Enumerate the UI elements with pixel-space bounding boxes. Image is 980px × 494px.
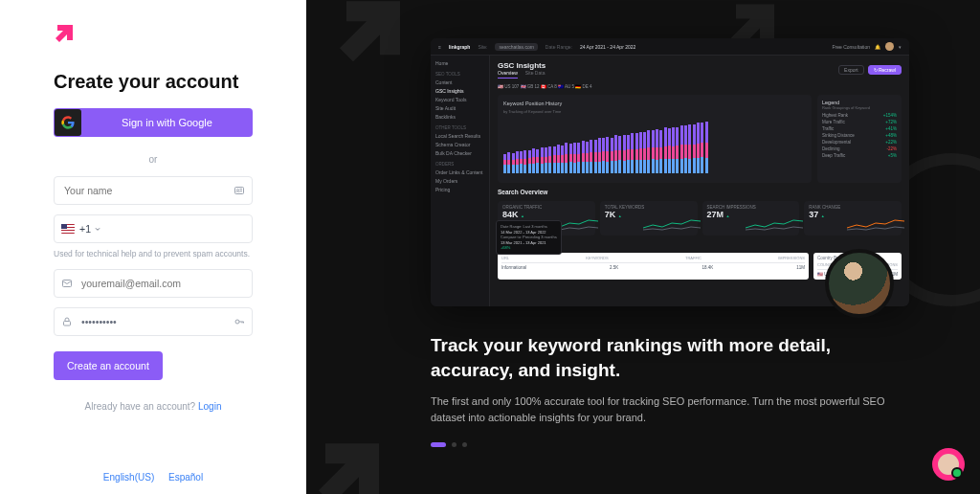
- svg-rect-0: [235, 188, 244, 194]
- date-range-tooltip: Date Range: Last 3 months 14 Mar 2022 - …: [496, 220, 562, 255]
- google-signin-label: Sign in with Google: [81, 117, 253, 128]
- already-have-account: Already have an account? Login: [54, 401, 253, 412]
- hero-headline: Track your keyword rankings with more de…: [431, 333, 871, 382]
- email-input[interactable]: [54, 269, 253, 298]
- hero-panel: ≡ linkgraph Site:searchatlas.com Date Ra…: [306, 0, 980, 494]
- signup-panel: Create your account Sign in with Google …: [0, 0, 306, 494]
- google-icon: [55, 109, 81, 136]
- bg-decor-arrow: [333, 0, 413, 74]
- password-generate-icon[interactable]: [234, 316, 245, 327]
- country-code-selector[interactable]: +1: [61, 223, 101, 235]
- lang-english[interactable]: English(US): [103, 472, 154, 483]
- email-field-wrapper: [54, 269, 253, 298]
- metric-card: SEARCH IMPRESSIONS27M ▲: [702, 201, 800, 236]
- user-avatar-icon: [885, 42, 894, 51]
- svg-point-4: [235, 320, 239, 324]
- create-account-button[interactable]: Create an account: [54, 351, 163, 380]
- contact-card-icon: [234, 185, 245, 196]
- ss-sidebar: Home SEO TOOLS Content GSC Insights Keyw…: [431, 56, 490, 306]
- carousel-dots[interactable]: [431, 442, 923, 447]
- chat-widget-button[interactable]: [932, 448, 965, 481]
- lock-icon: [61, 316, 73, 327]
- metric-card: RANK CHANGE37 ▲: [804, 201, 902, 236]
- name-field-wrapper: [54, 176, 253, 205]
- page-title: Create your account: [54, 71, 253, 93]
- brand-arrow-icon: [54, 21, 77, 44]
- chevron-down-icon: ▾: [899, 44, 902, 50]
- phone-helper-text: Used for technical help and to prevent s…: [54, 249, 253, 259]
- divider-or: or: [54, 154, 253, 165]
- metric-card: TOTAL KEYWORDS7K ▲: [600, 201, 698, 236]
- hero-subtext: The first and only 100% accurate tool fo…: [431, 393, 909, 425]
- ss-menu-icon: ≡: [438, 44, 441, 50]
- name-input[interactable]: [54, 176, 253, 205]
- language-switcher: English(US) Español: [0, 472, 306, 483]
- phone-field-wrapper: +1: [54, 214, 253, 243]
- google-signin-button[interactable]: Sign in with Google: [54, 108, 253, 137]
- bg-decor-arrow: [312, 430, 392, 494]
- chat-agent-avatar: [938, 454, 959, 475]
- carousel-dot-1[interactable]: [431, 442, 446, 447]
- carousel-dot-2[interactable]: [452, 442, 457, 447]
- password-input[interactable]: [54, 307, 253, 336]
- bell-icon: 🔔: [875, 44, 880, 50]
- chart-legend: Legend Rank Groupings of Keyword Highest…: [817, 95, 902, 183]
- password-field-wrapper: [54, 307, 253, 336]
- login-link[interactable]: Login: [198, 401, 221, 412]
- us-flag-icon: [61, 224, 75, 234]
- svg-rect-3: [64, 322, 71, 326]
- keyword-history-chart: Keyword Position History by Tracking of …: [498, 95, 812, 183]
- envelope-icon: [61, 278, 73, 289]
- lang-spanish[interactable]: Español: [168, 472, 203, 483]
- svg-point-1: [237, 190, 239, 191]
- keywords-table: URLKEYWORDSTRAFFICIMPRESSIONS Informatio…: [498, 253, 809, 280]
- carousel-dot-3[interactable]: [462, 442, 467, 447]
- hero-person-avatar: [825, 249, 894, 318]
